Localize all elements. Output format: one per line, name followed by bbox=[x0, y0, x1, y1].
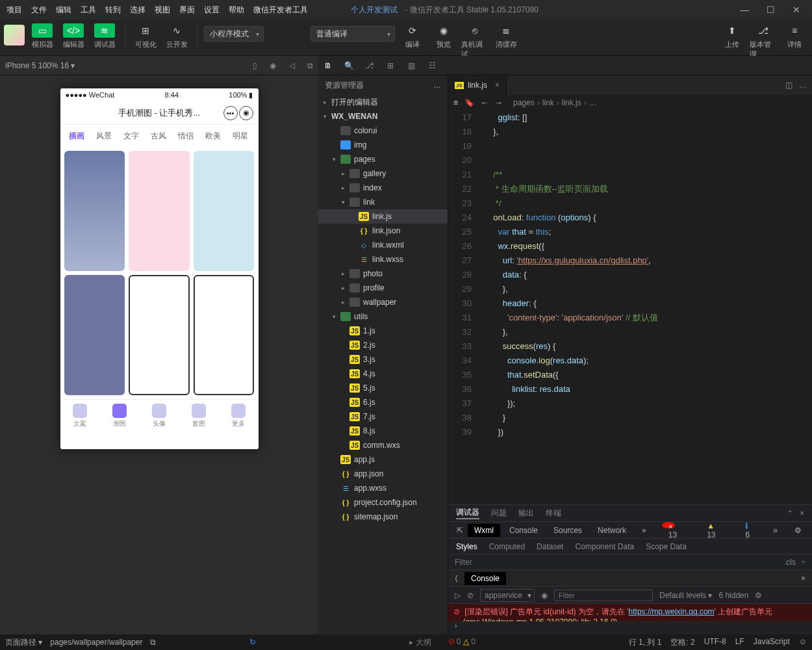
devtool-tab-Network[interactable]: Network bbox=[591, 524, 633, 537]
devtool-tab-Console[interactable]: Console bbox=[503, 524, 544, 537]
cursor-pos[interactable]: 行 1, 列 1 bbox=[629, 637, 662, 648]
copy-path-icon[interactable]: ⧉ bbox=[150, 638, 156, 647]
menu-项目[interactable]: 项目 bbox=[3, 2, 26, 18]
folder-photo[interactable]: ▸photo bbox=[318, 266, 448, 281]
eye-icon[interactable]: ◉ bbox=[541, 591, 548, 600]
bookmark-icon[interactable]: 🔖 bbox=[464, 98, 474, 107]
file-6.js[interactable]: JS6.js bbox=[318, 395, 448, 410]
list-icon[interactable]: ≡ bbox=[453, 98, 458, 107]
style-tab-Computed[interactable]: Computed bbox=[489, 542, 525, 551]
ext2-icon[interactable]: ▥ bbox=[405, 61, 417, 70]
console-tab[interactable]: Console bbox=[464, 572, 506, 585]
menu-帮助[interactable]: 帮助 bbox=[225, 2, 248, 18]
tabbar-item[interactable]: 头像 bbox=[152, 404, 166, 428]
tab-linkjs[interactable]: JS link.js× bbox=[448, 75, 507, 95]
folder-profile[interactable]: ▸profile bbox=[318, 281, 448, 295]
tabbar-item[interactable]: 套图 bbox=[192, 404, 206, 428]
back-icon[interactable]: ← bbox=[481, 98, 488, 107]
menu-编辑[interactable]: 编辑 bbox=[52, 2, 75, 18]
folder-link[interactable]: ▾link bbox=[318, 195, 448, 209]
devtool-tab-Wxml[interactable]: Wxml bbox=[468, 524, 500, 537]
menu-视图[interactable]: 视图 bbox=[151, 2, 174, 18]
detail-button[interactable]: ≡详情 bbox=[781, 23, 808, 49]
close-button[interactable]: ✕ bbox=[783, 5, 809, 15]
style-tab-Component Data[interactable]: Component Data bbox=[575, 542, 634, 551]
folder-colorui[interactable]: colorui bbox=[318, 124, 448, 138]
phone-tab[interactable]: 情侣 bbox=[172, 131, 199, 142]
console-gear-icon[interactable]: ⚙ bbox=[755, 591, 762, 600]
compile-select[interactable]: 普通编译 bbox=[311, 26, 395, 42]
copy-icon[interactable]: ⧉ bbox=[307, 61, 313, 70]
file-link.js[interactable]: JSlink.js bbox=[318, 209, 448, 224]
panel-tab-输出[interactable]: 输出 bbox=[518, 508, 534, 519]
folder-gallery[interactable]: ▸gallery bbox=[318, 166, 448, 181]
fwd-icon[interactable]: → bbox=[495, 98, 503, 107]
phone-tab[interactable]: 文字 bbox=[118, 131, 145, 142]
panel-tab-终端[interactable]: 终端 bbox=[546, 508, 561, 519]
file-link.wxml[interactable]: ◇link.wxml bbox=[318, 238, 448, 252]
levels-select[interactable]: Default levels ▾ bbox=[659, 591, 712, 600]
language[interactable]: JavaScript bbox=[754, 637, 790, 648]
console-prev-icon[interactable]: ⟨ bbox=[455, 574, 458, 583]
ext3-icon[interactable]: ☷ bbox=[426, 61, 438, 70]
open-editors[interactable]: ▸打开的编辑器 bbox=[318, 95, 448, 109]
feedback-icon[interactable]: ☺ bbox=[799, 637, 807, 648]
tabbar-item[interactable]: 潮图 bbox=[112, 404, 127, 428]
console-prompt[interactable]: › bbox=[448, 621, 812, 634]
file-comm.wxs[interactable]: JScomm.wxs bbox=[318, 438, 448, 452]
file-4.js[interactable]: JS4.js bbox=[318, 367, 448, 381]
file-app.json[interactable]: { }app.json bbox=[318, 467, 448, 481]
capsule-close[interactable]: ◉ bbox=[239, 106, 253, 120]
folder-index[interactable]: ▸index bbox=[318, 181, 448, 195]
branch-icon[interactable]: ⎇ bbox=[364, 61, 375, 70]
file-app.wxss[interactable]: ☰app.wxss bbox=[318, 481, 448, 495]
file-7.js[interactable]: JS7.js bbox=[318, 410, 448, 424]
style-tab-Scope Data[interactable]: Scope Data bbox=[646, 542, 687, 551]
avatar[interactable] bbox=[4, 25, 25, 46]
phone-tab[interactable]: 欧美 bbox=[199, 131, 227, 142]
cloud-button[interactable]: ∿云开发 bbox=[163, 23, 190, 49]
phone-tab[interactable]: 插画 bbox=[63, 131, 90, 142]
tabbar-item[interactable]: 文案 bbox=[73, 404, 87, 428]
minimize-button[interactable]: — bbox=[731, 5, 757, 15]
explorer-icon[interactable]: 🗎 bbox=[322, 61, 334, 70]
search-icon[interactable]: 🔍 bbox=[343, 61, 355, 70]
maximize-button[interactable]: ☐ bbox=[757, 5, 783, 15]
console-close-icon[interactable]: × bbox=[801, 574, 806, 583]
file-2.js[interactable]: JS2.js bbox=[318, 338, 448, 352]
styles-filter-input[interactable] bbox=[455, 558, 784, 567]
version-button[interactable]: ⎇版本管理 bbox=[750, 23, 777, 59]
refresh-icon[interactable]: ↻ bbox=[249, 638, 256, 647]
context-select[interactable]: appservice▾ bbox=[480, 589, 535, 602]
menu-界面[interactable]: 界面 bbox=[175, 2, 199, 18]
mute-icon[interactable]: ◁ bbox=[289, 61, 295, 70]
simulator-button[interactable]: ▭模拟器 bbox=[29, 23, 56, 49]
menu-微信开发者工具[interactable]: 微信开发者工具 bbox=[249, 2, 312, 18]
file-3.js[interactable]: JS3.js bbox=[318, 352, 448, 367]
device-icon[interactable]: ▯ bbox=[253, 61, 257, 70]
stop-icon[interactable]: ⊘ bbox=[467, 591, 474, 600]
compile-button[interactable]: ⟳编译 bbox=[399, 23, 426, 49]
close-panel-icon[interactable]: × bbox=[800, 509, 804, 518]
code-editor[interactable]: 1718192021222324252627282930313233343536… bbox=[448, 110, 812, 504]
encoding[interactable]: UTF-8 bbox=[704, 637, 726, 648]
phone-tab[interactable]: 明星 bbox=[227, 131, 254, 142]
realdebug-button[interactable]: ⎋真机调试 bbox=[461, 23, 488, 59]
file-link.wxss[interactable]: ☰link.wxss bbox=[318, 252, 448, 266]
mode-select[interactable]: 小程序模式 bbox=[204, 26, 264, 42]
file-1.js[interactable]: JS1.js bbox=[318, 324, 448, 338]
ext1-icon[interactable]: ⊞ bbox=[385, 61, 396, 70]
menu-设置[interactable]: 设置 bbox=[200, 2, 223, 18]
collapse-icon[interactable]: ⌃ bbox=[787, 509, 793, 518]
preview-button[interactable]: ◉预览 bbox=[430, 23, 457, 49]
indent[interactable]: 空格: 2 bbox=[670, 637, 694, 648]
gear-icon[interactable]: ⚙ bbox=[788, 524, 808, 537]
file-5.js[interactable]: JS5.js bbox=[318, 381, 448, 395]
project-root[interactable]: ▾WX_WENAN bbox=[318, 109, 448, 124]
menu-选择[interactable]: 选择 bbox=[126, 2, 149, 18]
menu-文件[interactable]: 文件 bbox=[27, 2, 51, 18]
menu-转到[interactable]: 转到 bbox=[101, 2, 125, 18]
style-tab-Styles[interactable]: Styles bbox=[456, 542, 477, 551]
add-style-icon[interactable]: + bbox=[801, 558, 806, 567]
console-filter-input[interactable] bbox=[554, 590, 653, 601]
